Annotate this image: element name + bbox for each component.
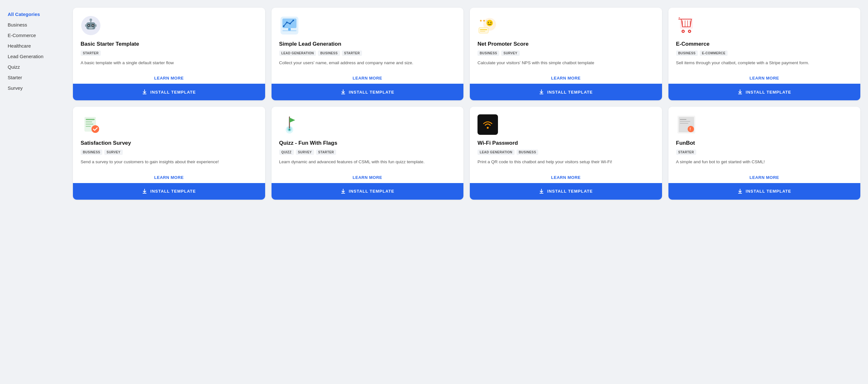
tag: BUSINESS — [517, 149, 538, 155]
sidebar-item-survey[interactable]: Survey — [8, 83, 65, 93]
svg-rect-48 — [86, 126, 91, 127]
install-template-button[interactable]: INSTALL TEMPLATE — [669, 84, 861, 100]
svg-point-57 — [487, 127, 489, 129]
sidebar-item-quizz[interactable]: Quizz — [8, 62, 65, 72]
tag: BUSINESS — [676, 50, 698, 56]
card-description: Collect your users' name, email address … — [279, 60, 456, 66]
card-icon: ★ ★ ★ — [477, 15, 498, 36]
card-icon — [279, 15, 300, 36]
tag: SURVEY — [104, 149, 123, 155]
card-tags: BUSINESSSURVEY — [477, 50, 654, 56]
card-body: ! FunBot STARTER A simple and fun bot to… — [669, 107, 861, 170]
svg-rect-11 — [143, 94, 147, 94]
learn-more-link[interactable]: LEARN MORE — [73, 71, 265, 84]
download-icon — [738, 90, 743, 95]
svg-rect-56 — [341, 193, 345, 194]
card-icon: ! — [676, 114, 696, 135]
learn-more-link[interactable]: LEARN MORE — [470, 171, 662, 183]
card-description: A simple and fun bot to get started with… — [676, 159, 853, 165]
card-body: E-Commerce BUSINESSE-COMMERCE Sell items… — [669, 8, 861, 71]
card-tags: LEAD GENERATIONBUSINESS — [477, 149, 654, 155]
svg-rect-47 — [86, 124, 93, 125]
card-title: FunBot — [676, 140, 853, 146]
install-template-button[interactable]: INSTALL TEMPLATE — [73, 84, 265, 100]
card-description: Learn dynamic and advanced features of C… — [279, 159, 456, 165]
learn-more-link[interactable]: LEARN MORE — [272, 71, 464, 84]
download-icon — [142, 189, 147, 194]
card-tags: LEAD GENERATIONBUSINESSSTARTER — [279, 50, 456, 56]
sidebar-item-all-categories[interactable]: All Categories — [8, 9, 65, 20]
card-description: Send a survey to your customers to gain … — [81, 159, 257, 165]
svg-point-41 — [689, 31, 690, 32]
install-template-button[interactable]: INSTALL TEMPLATE — [669, 183, 861, 200]
learn-more-link[interactable]: LEARN MORE — [73, 171, 265, 183]
card-body: Wi-Fi Password LEAD GENERATIONBUSINESS P… — [470, 107, 662, 170]
template-card-wifi-password: Wi-Fi Password LEAD GENERATIONBUSINESS P… — [470, 107, 662, 199]
tag: E-COMMERCE — [700, 50, 727, 56]
card-tags: BUSINESSE-COMMERCE — [676, 50, 853, 56]
install-label: INSTALL TEMPLATE — [746, 189, 791, 194]
template-card-simple-lead-gen: Simple Lead Generation LEAD GENERATIONBU… — [272, 8, 464, 100]
card-description: Print a QR code to this chatbot and help… — [477, 159, 654, 165]
card-title: Wi-Fi Password — [477, 140, 654, 146]
svg-point-8 — [90, 19, 92, 21]
learn-more-link[interactable]: LEARN MORE — [669, 71, 861, 84]
card-body: Simple Lead Generation LEAD GENERATIONBU… — [272, 8, 464, 71]
sidebar-item-starter[interactable]: Starter — [8, 72, 65, 83]
card-tags: STARTER — [81, 50, 257, 56]
card-title: Simple Lead Generation — [279, 41, 456, 47]
tag: STARTER — [342, 50, 362, 56]
card-tags: BUSINESSSURVEY — [81, 149, 257, 155]
install-template-button[interactable]: INSTALL TEMPLATE — [272, 84, 464, 100]
card-icon — [81, 114, 101, 135]
install-label: INSTALL TEMPLATE — [746, 90, 791, 95]
svg-point-10 — [92, 25, 94, 26]
svg-point-49 — [91, 125, 99, 133]
svg-rect-19 — [288, 28, 291, 31]
learn-more-link[interactable]: LEARN MORE — [470, 71, 662, 84]
svg-rect-5 — [95, 24, 97, 27]
tag: STARTER — [81, 50, 101, 56]
sidebar-item-healthcare[interactable]: Healthcare — [8, 41, 65, 51]
svg-point-64 — [688, 126, 694, 132]
svg-text:★: ★ — [486, 20, 488, 22]
svg-rect-4 — [85, 24, 86, 27]
tag: QUIZZ — [279, 149, 294, 155]
sidebar-item-lead-generation[interactable]: Lead Generation — [8, 51, 65, 62]
sidebar-item-e-commerce[interactable]: E-Commerce — [8, 30, 65, 41]
svg-point-17 — [292, 20, 294, 22]
card-description: A basic template with a single default s… — [81, 60, 257, 66]
card-tags: QUIZZSURVEYSTARTER — [279, 149, 456, 155]
card-icon — [477, 114, 498, 135]
card-description: Sell items through your chatbot, complet… — [676, 60, 853, 66]
svg-point-24 — [491, 22, 492, 23]
svg-point-16 — [289, 23, 291, 25]
tag: BUSINESS — [477, 50, 499, 56]
svg-rect-45 — [86, 119, 95, 120]
install-template-button[interactable]: INSTALL TEMPLATE — [272, 183, 464, 200]
svg-rect-43 — [738, 94, 742, 94]
install-label: INSTALL TEMPLATE — [150, 90, 196, 95]
card-body: Satisfaction Survey BUSINESSSURVEY Send … — [73, 107, 265, 170]
download-icon — [738, 189, 743, 194]
template-card-satisfaction-survey: Satisfaction Survey BUSINESSSURVEY Send … — [73, 107, 265, 199]
install-template-button[interactable]: INSTALL TEMPLATE — [470, 84, 662, 100]
sidebar-item-business[interactable]: Business — [8, 20, 65, 30]
learn-more-link[interactable]: LEARN MORE — [669, 171, 861, 183]
install-template-button[interactable]: INSTALL TEMPLATE — [73, 183, 265, 200]
svg-point-9 — [88, 25, 90, 26]
tag: BUSINESS — [318, 50, 340, 56]
install-template-button[interactable]: INSTALL TEMPLATE — [470, 183, 662, 200]
svg-rect-46 — [86, 121, 92, 123]
template-card-ecommerce: E-Commerce BUSINESSE-COMMERCE Sell items… — [669, 8, 861, 100]
template-card-basic-starter: Basic Starter Template STARTER A basic t… — [73, 8, 265, 100]
install-label: INSTALL TEMPLATE — [547, 189, 593, 194]
template-card-quizz-flags: Quizz - Fun With Flags QUIZZSURVEYSTARTE… — [272, 107, 464, 199]
learn-more-link[interactable]: LEARN MORE — [272, 171, 464, 183]
card-title: Quizz - Fun With Flags — [279, 140, 456, 146]
card-title: Satisfaction Survey — [81, 140, 257, 146]
template-card-funbot: ! FunBot STARTER A simple and fun bot to… — [669, 107, 861, 199]
svg-point-14 — [283, 26, 284, 27]
download-icon — [341, 189, 346, 194]
card-title: Net Promoter Score — [477, 41, 654, 47]
